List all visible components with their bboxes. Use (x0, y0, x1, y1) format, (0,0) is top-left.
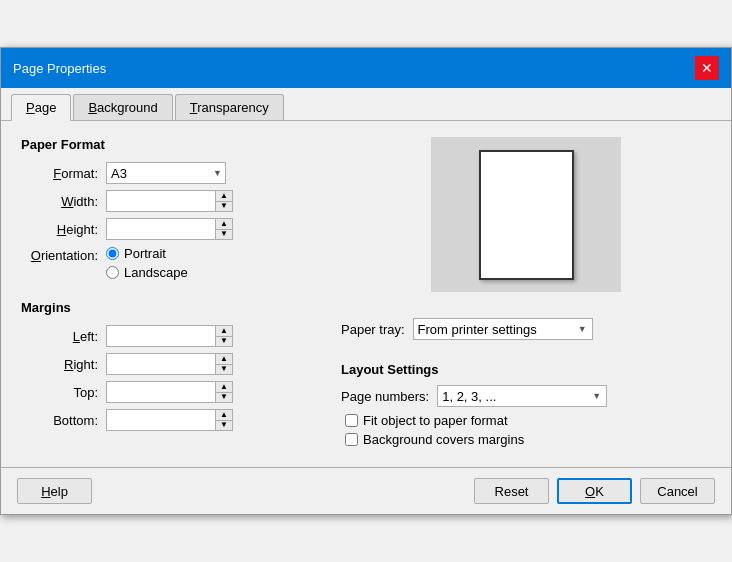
paper-tray-select[interactable]: From printer settings Manual Tray 1 Tray… (413, 318, 593, 340)
width-label: Width: (21, 194, 106, 209)
right-input-group: 1.00 cm ▲ ▼ (106, 353, 233, 375)
fit-object-checkbox[interactable] (345, 414, 358, 427)
margins-section: Margins Left: 1.00 cm ▲ ▼ (21, 300, 321, 431)
background-covers-label[interactable]: Background covers margins (363, 432, 524, 447)
top-input-group: 1.00 cm ▲ ▼ (106, 381, 233, 403)
tab-transparency[interactable]: Transparency (175, 94, 284, 120)
paper-preview (479, 150, 574, 280)
background-covers-row: Background covers margins (341, 432, 711, 447)
top-margin-row: Top: 1.00 cm ▲ ▼ (21, 381, 321, 403)
orientation-row: Orientation: Portrait Landscape (21, 246, 321, 280)
landscape-radio[interactable] (106, 266, 119, 279)
format-row: Format: A3 A4 A5 Letter Legal (21, 162, 321, 184)
bottom-margin-row: Bottom: 1.00 cm ▲ ▼ (21, 409, 321, 431)
orientation-label: Orientation: (21, 246, 106, 263)
right-up-button[interactable]: ▲ (216, 354, 232, 365)
page-numbers-label: Page numbers: (341, 389, 429, 404)
reset-button[interactable]: Reset (474, 478, 549, 504)
paper-tray-label: Paper tray: (341, 322, 405, 337)
left-label: Left: (21, 329, 106, 344)
bottom-up-button[interactable]: ▲ (216, 410, 232, 421)
paper-tray-select-wrapper: From printer settings Manual Tray 1 Tray… (413, 318, 593, 340)
left-spinner: ▲ ▼ (216, 325, 233, 347)
close-button[interactable]: ✕ (695, 56, 719, 80)
height-input[interactable]: 42.00 cm (106, 218, 216, 240)
left-down-button[interactable]: ▼ (216, 337, 232, 347)
bottom-input[interactable]: 1.00 cm (106, 409, 216, 431)
landscape-label[interactable]: Landscape (106, 265, 188, 280)
bottom-label: Bottom: (21, 413, 106, 428)
width-up-button[interactable]: ▲ (216, 191, 232, 202)
left-input-group: 1.00 cm ▲ ▼ (106, 325, 233, 347)
format-label: Format: (21, 166, 106, 181)
height-spinner: ▲ ▼ (216, 218, 233, 240)
width-spinner: ▲ ▼ (216, 190, 233, 212)
right-label: Right: (21, 357, 106, 372)
width-down-button[interactable]: ▼ (216, 202, 232, 212)
dialog-title: Page Properties (13, 61, 106, 76)
main-content: Paper Format Format: A3 A4 A5 Letter Leg… (1, 121, 731, 467)
left-panel: Paper Format Format: A3 A4 A5 Letter Leg… (21, 137, 321, 451)
dialog: Page Properties ✕ Page Background Transp… (0, 47, 732, 515)
portrait-text: Portrait (124, 246, 166, 261)
tab-transparency-label: Transparency (190, 100, 269, 115)
page-numbers-row: Page numbers: 1, 2, 3, ... A, B, C, ... … (341, 385, 711, 407)
top-down-button[interactable]: ▼ (216, 393, 232, 403)
tab-page[interactable]: Page (11, 94, 71, 121)
fit-object-row: Fit object to paper format (341, 413, 711, 428)
background-covers-checkbox[interactable] (345, 433, 358, 446)
layout-settings: Layout Settings Page numbers: 1, 2, 3, .… (341, 362, 711, 451)
layout-settings-title: Layout Settings (341, 362, 711, 377)
format-select-wrapper: A3 A4 A5 Letter Legal (106, 162, 226, 184)
paper-preview-container (431, 137, 621, 292)
top-input[interactable]: 1.00 cm (106, 381, 216, 403)
fit-object-label[interactable]: Fit object to paper format (363, 413, 508, 428)
page-numbers-select[interactable]: 1, 2, 3, ... A, B, C, ... a, b, c, ... I… (437, 385, 607, 407)
paper-tray-row: Paper tray: From printer settings Manual… (341, 318, 711, 340)
bottom-spinner: ▲ ▼ (216, 409, 233, 431)
tab-page-label: Page (26, 100, 56, 115)
right-input[interactable]: 1.00 cm (106, 353, 216, 375)
paper-format-section: Paper Format Format: A3 A4 A5 Letter Leg… (21, 137, 321, 280)
left-margin-row: Left: 1.00 cm ▲ ▼ (21, 325, 321, 347)
portrait-label[interactable]: Portrait (106, 246, 188, 261)
width-input-group: 29.70 cm ▲ ▼ (106, 190, 233, 212)
right-margin-row: Right: 1.00 cm ▲ ▼ (21, 353, 321, 375)
height-label: Height: (21, 222, 106, 237)
height-row: Height: 42.00 cm ▲ ▼ (21, 218, 321, 240)
top-up-button[interactable]: ▲ (216, 382, 232, 393)
left-up-button[interactable]: ▲ (216, 326, 232, 337)
height-down-button[interactable]: ▼ (216, 230, 232, 240)
margins-title: Margins (21, 300, 321, 315)
right-down-button[interactable]: ▼ (216, 365, 232, 375)
help-button[interactable]: Help (17, 478, 92, 504)
tabs-container: Page Background Transparency (1, 88, 731, 121)
landscape-text: Landscape (124, 265, 188, 280)
left-input[interactable]: 1.00 cm (106, 325, 216, 347)
title-bar: Page Properties ✕ (1, 48, 731, 88)
ok-button[interactable]: OK (557, 478, 632, 504)
orientation-group: Portrait Landscape (106, 246, 188, 280)
cancel-button[interactable]: Cancel (640, 478, 715, 504)
bottom-bar: Help Reset OK Cancel (1, 467, 731, 514)
format-select[interactable]: A3 A4 A5 Letter Legal (106, 162, 226, 184)
right-spinner: ▲ ▼ (216, 353, 233, 375)
tab-background[interactable]: Background (73, 94, 172, 120)
page-numbers-select-wrapper: 1, 2, 3, ... A, B, C, ... a, b, c, ... I… (437, 385, 607, 407)
bottom-down-button[interactable]: ▼ (216, 421, 232, 431)
right-panel: Paper tray: From printer settings Manual… (341, 137, 711, 451)
height-input-group: 42.00 cm ▲ ▼ (106, 218, 233, 240)
height-up-button[interactable]: ▲ (216, 219, 232, 230)
action-buttons: Reset OK Cancel (474, 478, 715, 504)
top-spinner: ▲ ▼ (216, 381, 233, 403)
portrait-radio[interactable] (106, 247, 119, 260)
width-input[interactable]: 29.70 cm (106, 190, 216, 212)
tab-background-label: Background (88, 100, 157, 115)
width-row: Width: 29.70 cm ▲ ▼ (21, 190, 321, 212)
paper-format-title: Paper Format (21, 137, 321, 152)
top-label: Top: (21, 385, 106, 400)
bottom-input-group: 1.00 cm ▲ ▼ (106, 409, 233, 431)
